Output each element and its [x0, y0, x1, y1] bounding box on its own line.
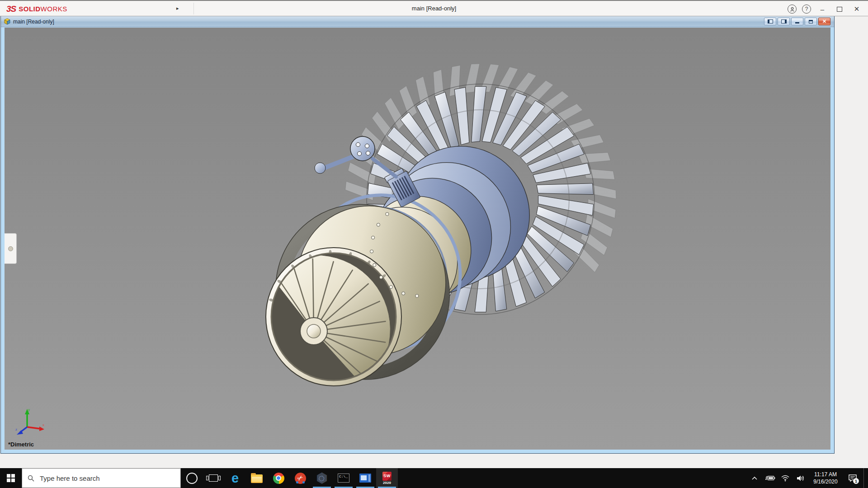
chrome-icon: [273, 473, 284, 484]
document-frame: y x z *Dimetric: [1, 27, 834, 453]
command-prompt-button[interactable]: C:\_: [333, 468, 354, 488]
solidworks-2020-icon: SW 2020: [382, 472, 392, 485]
doc-restore-button[interactable]: [805, 18, 817, 25]
task-view-icon: [209, 474, 218, 482]
hexagon-app-icon: ⬢⬡: [316, 472, 328, 484]
display-pane-right-button[interactable]: [778, 18, 790, 25]
command-prompt-icon: C:\_: [338, 474, 349, 483]
graphics-viewport[interactable]: y x z *Dimetric: [5, 28, 830, 450]
document-title: main [Read-only]: [13, 19, 54, 25]
doc-close-button[interactable]: ✕: [818, 18, 830, 25]
screen-capture-button[interactable]: ✂: [289, 468, 311, 488]
panel-expand-handle-icon: [8, 246, 13, 251]
hexagon-app-button[interactable]: ⬢⬡: [311, 468, 333, 488]
featuremanager-collapsed-tab[interactable]: [5, 233, 17, 264]
account-icon[interactable]: [788, 5, 797, 14]
help-icon[interactable]: ?: [802, 5, 811, 14]
assembly-cube-icon: [4, 18, 11, 25]
taskbar-clock[interactable]: 11:17 AM 9/16/2020: [809, 471, 842, 485]
action-center-button[interactable]: 1: [844, 468, 862, 488]
hidden-icons-chevron[interactable]: [748, 468, 761, 488]
display-pane-left-button[interactable]: [764, 18, 776, 25]
tray-time: 11:17 AM: [809, 471, 842, 478]
windows-taskbar: e ✂ ⬢⬡ C:\_ SW 2020: [0, 468, 868, 488]
system-tray: 11:17 AM 9/16/2020 1: [748, 468, 868, 488]
app-window-title: main [Read-only]: [0, 5, 868, 12]
app-restore-button[interactable]: [834, 4, 845, 14]
wifi-icon[interactable]: [778, 468, 792, 488]
orientation-triad-icon: y x z: [14, 407, 47, 437]
media-app-icon: [359, 474, 371, 483]
search-icon: [28, 475, 34, 482]
doc-minimize-button[interactable]: [791, 18, 803, 25]
taskbar-search[interactable]: [22, 468, 181, 488]
document-titlebar[interactable]: main [Read-only] ✕: [1, 16, 834, 27]
cortana-button[interactable]: [181, 468, 203, 488]
triad-y-label: y: [28, 408, 30, 412]
scissors-icon: ✂: [295, 473, 306, 484]
document-window: main [Read-only] ✕ y x z *Dimet: [0, 16, 835, 454]
app-titlebar: 3S SOLIDWORKS ▸ main [Read-only] ? – ✕: [0, 0, 868, 16]
windows-logo-icon: [7, 474, 15, 482]
edge-button[interactable]: e: [224, 468, 246, 488]
notification-badge: 1: [853, 478, 859, 484]
media-app-button[interactable]: [354, 468, 376, 488]
triad-z-label: z: [15, 427, 17, 432]
battery-icon[interactable]: [763, 468, 777, 488]
folder-icon: [251, 474, 263, 483]
view-orientation-label: *Dimetric: [8, 441, 34, 448]
chrome-button[interactable]: [268, 468, 289, 488]
app-close-button[interactable]: ✕: [851, 4, 863, 14]
show-desktop-button[interactable]: [863, 468, 866, 488]
jet-engine-model[interactable]: [5, 28, 830, 450]
app-minimize-button[interactable]: –: [816, 4, 828, 14]
cortana-icon: [186, 473, 198, 484]
start-button[interactable]: [0, 468, 22, 488]
triad-x-label: x: [42, 423, 44, 427]
search-input[interactable]: [39, 474, 167, 483]
edge-icon: e: [231, 472, 239, 485]
tray-date: 9/16/2020: [809, 478, 842, 485]
task-view-button[interactable]: [203, 468, 224, 488]
file-explorer-button[interactable]: [246, 468, 268, 488]
solidworks-taskbar-button[interactable]: SW 2020: [376, 468, 398, 488]
volume-icon[interactable]: [794, 468, 807, 488]
